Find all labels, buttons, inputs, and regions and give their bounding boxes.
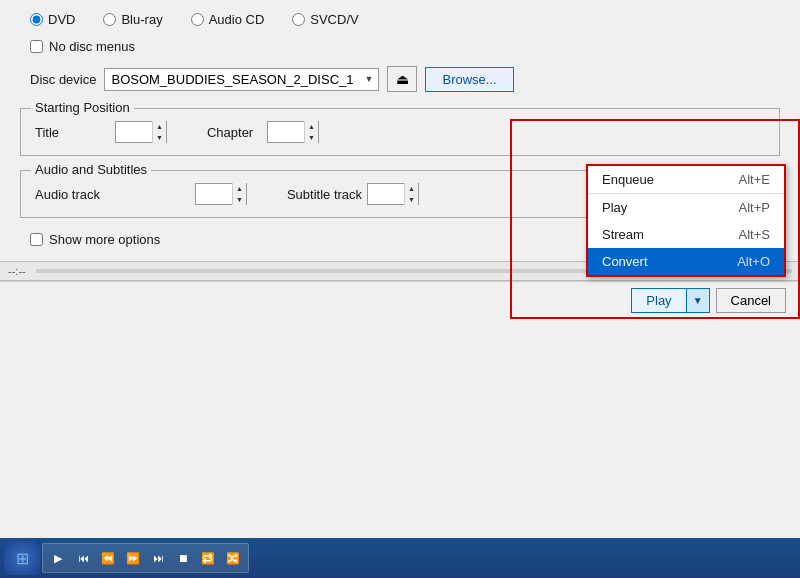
browse-button[interactable]: Browse...	[425, 67, 513, 92]
show-more-checkbox[interactable]	[30, 233, 43, 246]
title-up-arrow[interactable]: ▲	[153, 121, 166, 132]
rewind-button[interactable]: ⏮	[72, 547, 94, 569]
menu-play-shortcut: Alt+P	[739, 200, 770, 215]
play-pause-button[interactable]: ▶	[47, 547, 69, 569]
radio-svcd-label: SVCD/V	[310, 12, 358, 27]
menu-stream-label: Stream	[602, 227, 644, 242]
radio-svcd-input[interactable]	[292, 13, 305, 26]
time-display: --:--	[8, 265, 26, 277]
eject-icon: ⏏	[396, 71, 409, 87]
no-disc-menus-checkbox[interactable]	[30, 40, 43, 53]
radio-bluray-label: Blu-ray	[121, 12, 162, 27]
starting-position-title: Starting Position	[31, 100, 134, 115]
menu-item-stream[interactable]: Stream Alt+S	[588, 221, 784, 248]
audio-track-value[interactable]: -1	[196, 184, 232, 204]
taskbar: ⊞ ▶ ⏮ ⏪ ⏩ ⏭ ⏹ 🔁 🔀	[0, 538, 800, 578]
disc-device-label: Disc device	[30, 72, 96, 87]
eject-button[interactable]: ⏏	[387, 66, 417, 92]
subtitle-track-down-arrow[interactable]: ▼	[405, 194, 418, 205]
play-main-button[interactable]: Play	[632, 289, 685, 312]
media-controls: ▶ ⏮ ⏪ ⏩ ⏭ ⏹ 🔁 🔀	[42, 543, 249, 573]
audio-track-down-arrow[interactable]: ▼	[233, 194, 246, 205]
chapter-down-arrow[interactable]: ▼	[305, 132, 318, 143]
title-arrows: ▲ ▼	[152, 121, 166, 143]
start-button[interactable]: ⊞	[4, 541, 40, 575]
disc-device-select[interactable]: BOSOM_BUDDIES_SEASON_2_DISC_1	[104, 68, 379, 91]
title-label: Title	[35, 125, 115, 140]
position-row: Title 0 ▲ ▼ Chapter 0 ▲ ▼	[35, 121, 765, 143]
disc-select-wrapper: BOSOM_BUDDIES_SEASON_2_DISC_1	[104, 68, 379, 91]
play-button-group: Play ▼	[631, 288, 709, 313]
menu-enqueue-shortcut: Alt+E	[739, 172, 770, 187]
subtitle-track-spinbox: -1 ▲ ▼	[367, 183, 419, 205]
menu-stream-shortcut: Alt+S	[739, 227, 770, 242]
title-value[interactable]: 0	[116, 122, 152, 142]
next-button[interactable]: ⏩	[122, 547, 144, 569]
radio-audiocd[interactable]: Audio CD	[191, 12, 265, 27]
radio-audiocd-label: Audio CD	[209, 12, 265, 27]
no-disc-menus-row: No disc menus	[20, 39, 780, 54]
menu-enqueue-label: Enqueue	[602, 172, 654, 187]
menu-item-convert[interactable]: Convert Alt+O	[588, 248, 784, 275]
radio-dvd[interactable]: DVD	[30, 12, 75, 27]
stop-button[interactable]: ⏹	[172, 547, 194, 569]
subtitle-track-up-arrow[interactable]: ▲	[405, 183, 418, 194]
audio-track-up-arrow[interactable]: ▲	[233, 183, 246, 194]
audio-track-arrows: ▲ ▼	[232, 183, 246, 205]
loop-button[interactable]: 🔁	[197, 547, 219, 569]
title-down-arrow[interactable]: ▼	[153, 132, 166, 143]
dropdown-menu: Enqueue Alt+E Play Alt+P Stream Alt+S Co…	[586, 164, 786, 277]
radio-svcd[interactable]: SVCD/V	[292, 12, 358, 27]
no-disc-menus-label[interactable]: No disc menus	[49, 39, 135, 54]
chapter-up-arrow[interactable]: ▲	[305, 121, 318, 132]
menu-item-enqueue[interactable]: Enqueue Alt+E	[588, 166, 784, 193]
starting-position-group: Starting Position Title 0 ▲ ▼ Chapter 0 …	[20, 108, 780, 156]
disc-device-row: Disc device BOSOM_BUDDIES_SEASON_2_DISC_…	[20, 66, 780, 92]
title-spinbox: 0 ▲ ▼	[115, 121, 167, 143]
audio-track-label: Audio track	[35, 187, 195, 202]
radio-audiocd-input[interactable]	[191, 13, 204, 26]
show-more-label[interactable]: Show more options	[49, 232, 160, 247]
radio-bluray-input[interactable]	[103, 13, 116, 26]
cancel-button[interactable]: Cancel	[716, 288, 786, 313]
chapter-value[interactable]: 0	[268, 122, 304, 142]
radio-dvd-input[interactable]	[30, 13, 43, 26]
fast-forward-button[interactable]: ⏭	[147, 547, 169, 569]
chapter-label: Chapter	[167, 125, 267, 140]
prev-button[interactable]: ⏪	[97, 547, 119, 569]
windows-logo-icon: ⊞	[16, 549, 29, 568]
radio-bluray[interactable]: Blu-ray	[103, 12, 162, 27]
play-dropdown-arrow[interactable]: ▼	[686, 289, 709, 312]
shuffle-button[interactable]: 🔀	[222, 547, 244, 569]
audio-subtitles-title: Audio and Subtitles	[31, 162, 151, 177]
chapter-arrows: ▲ ▼	[304, 121, 318, 143]
menu-play-label: Play	[602, 200, 627, 215]
radio-dvd-label: DVD	[48, 12, 75, 27]
disc-type-radio-group: DVD Blu-ray Audio CD SVCD/V	[20, 12, 780, 27]
menu-convert-label: Convert	[602, 254, 648, 269]
bottom-bar: Enqueue Alt+E Play Alt+P Stream Alt+S Co…	[0, 281, 800, 319]
menu-item-play[interactable]: Play Alt+P	[588, 193, 784, 221]
chapter-spinbox: 0 ▲ ▼	[267, 121, 319, 143]
menu-convert-shortcut: Alt+O	[737, 254, 770, 269]
audio-track-spinbox: -1 ▲ ▼	[195, 183, 247, 205]
subtitle-track-arrows: ▲ ▼	[404, 183, 418, 205]
subtitle-track-value[interactable]: -1	[368, 184, 404, 204]
subtitle-track-label: Subtitle track	[247, 187, 367, 202]
